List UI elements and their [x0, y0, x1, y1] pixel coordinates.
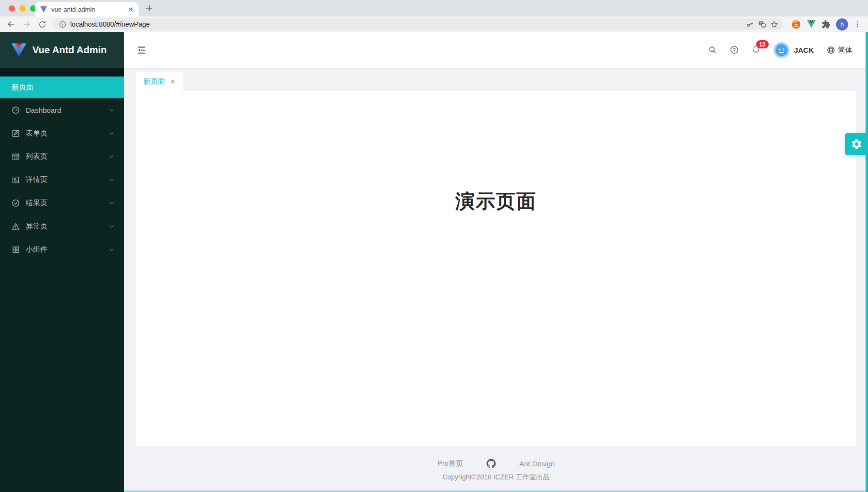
- table-icon: [12, 153, 20, 161]
- footer-link-pro-home[interactable]: Pro首页: [437, 459, 463, 468]
- forward-icon[interactable]: [20, 18, 33, 31]
- sidebar-item-label: 列表页: [26, 152, 103, 161]
- page-title: 演示页面: [455, 188, 537, 215]
- notifications-bell[interactable]: 12: [752, 45, 760, 56]
- warning-icon: [12, 222, 20, 231]
- sidebar-divider: [0, 68, 124, 77]
- browser-tab-title: vue-antd-admin: [51, 6, 124, 13]
- footer-links: Pro首页 Ant Design: [124, 459, 868, 468]
- tab-new-page[interactable]: 新页面 ✕: [136, 72, 183, 91]
- address-bar[interactable]: localhost:8080/#/newPage 文 G: [54, 18, 783, 30]
- sidebar-item-new-page[interactable]: 新页面: [0, 77, 124, 98]
- vue-antd-admin-app: Vue Antd Admin 新页面 Dashboard 表单页: [0, 32, 868, 492]
- url-text[interactable]: localhost:8080/#/newPage: [70, 20, 742, 28]
- close-tab-icon[interactable]: ✕: [127, 6, 134, 13]
- reload-icon[interactable]: [36, 18, 48, 31]
- check-circle-icon: [12, 199, 20, 207]
- close-window-button[interactable]: [9, 5, 15, 12]
- sidebar-item-widgets[interactable]: 小组件: [0, 238, 124, 261]
- bookmark-star-icon[interactable]: [770, 20, 778, 29]
- sidebar-item-label: Dashboard: [26, 106, 103, 114]
- vue-logo-icon: [11, 43, 27, 58]
- browser-toolbar: localhost:8080/#/newPage 文 G h: [0, 16, 868, 32]
- vertical-scrollbar[interactable]: [866, 32, 868, 492]
- sidebar-item-label: 表单页: [26, 129, 103, 138]
- sidebar-item-exceptions[interactable]: 异常页: [0, 215, 124, 238]
- sidebar-item-details[interactable]: 详情页: [0, 168, 124, 191]
- page-content: 演示页面: [136, 91, 856, 446]
- browser-tab[interactable]: vue-antd-admin ✕: [35, 2, 139, 16]
- extensions-puzzle-icon[interactable]: [822, 20, 831, 29]
- globe-icon: [827, 46, 835, 54]
- sidebar-item-results[interactable]: 结果页: [0, 191, 124, 215]
- page-tabbar: 新页面 ✕: [124, 68, 868, 91]
- github-icon[interactable]: [486, 459, 496, 468]
- footer-link-ant-design[interactable]: Ant Design: [519, 460, 555, 468]
- chevron-down-icon: [109, 247, 114, 252]
- tab-label: 新页面: [143, 77, 165, 86]
- translate-icon[interactable]: 文 G: [758, 20, 766, 29]
- window-controls: [9, 5, 36, 12]
- extensions-cluster: h: [789, 18, 863, 31]
- help-question-icon[interactable]: [730, 46, 739, 54]
- language-switcher[interactable]: 简体: [827, 46, 852, 55]
- password-key-icon[interactable]: [746, 20, 754, 29]
- extension-orange-icon[interactable]: [791, 19, 801, 30]
- sidebar-item-lists[interactable]: 列表页: [0, 145, 124, 168]
- search-icon[interactable]: [708, 46, 717, 54]
- dashboard-icon: [12, 106, 20, 114]
- copyright: Copyright©2018 ICZER 工作室出品: [124, 473, 868, 482]
- settings-drawer-button[interactable]: [845, 133, 868, 155]
- username: JACK: [794, 46, 814, 54]
- browser-profile-avatar[interactable]: h: [836, 18, 848, 31]
- appstore-icon: [12, 246, 20, 254]
- chevron-down-icon: [109, 224, 114, 229]
- sidebar: Vue Antd Admin 新页面 Dashboard 表单页: [0, 32, 124, 492]
- chevron-down-icon: [109, 200, 114, 206]
- avatar: [774, 42, 790, 58]
- back-icon[interactable]: [5, 18, 17, 31]
- app-title: Vue Antd Admin: [32, 45, 107, 56]
- browser-menu-kebab-icon[interactable]: [853, 20, 861, 28]
- user-menu[interactable]: JACK: [774, 42, 814, 58]
- language-label: 简体: [838, 46, 852, 55]
- sidebar-item-label: 异常页: [26, 222, 103, 231]
- notification-badge: 12: [756, 40, 769, 49]
- main-area: 12 JACK 简: [124, 32, 868, 492]
- minimize-window-button[interactable]: [19, 5, 26, 12]
- app-logo[interactable]: Vue Antd Admin: [0, 32, 124, 68]
- vue-devtools-icon[interactable]: [806, 20, 816, 29]
- sidebar-item-label: 详情页: [26, 175, 103, 184]
- sidebar-item-label: 结果页: [26, 199, 103, 208]
- sidebar-item-dashboard[interactable]: Dashboard: [0, 98, 124, 122]
- chevron-down-icon: [109, 177, 114, 183]
- chevron-down-icon: [109, 154, 114, 159]
- global-footer: Pro首页 Ant Design Copyright©2018 ICZER 工作…: [124, 446, 868, 482]
- vue-favicon-icon: [40, 5, 47, 13]
- chevron-down-icon: [109, 131, 114, 136]
- sidebar-item-label: 新页面: [12, 83, 33, 92]
- form-icon: [12, 129, 20, 138]
- sidebar-item-forms[interactable]: 表单页: [0, 122, 124, 145]
- app-header: 12 JACK 简: [124, 32, 868, 68]
- header-actions: 12 JACK 简: [708, 42, 852, 58]
- new-tab-button[interactable]: [145, 4, 153, 12]
- gear-icon: [851, 138, 863, 150]
- chevron-down-icon: [109, 108, 114, 113]
- sidebar-item-label: 小组件: [26, 245, 103, 254]
- profile-icon: [12, 176, 20, 184]
- svg-text:G: G: [762, 24, 764, 27]
- menu-fold-icon[interactable]: [137, 45, 147, 55]
- page-info-icon[interactable]: [59, 21, 66, 28]
- tab-close-icon[interactable]: ✕: [170, 78, 175, 85]
- browser-tabstrip: vue-antd-admin ✕: [0, 0, 868, 16]
